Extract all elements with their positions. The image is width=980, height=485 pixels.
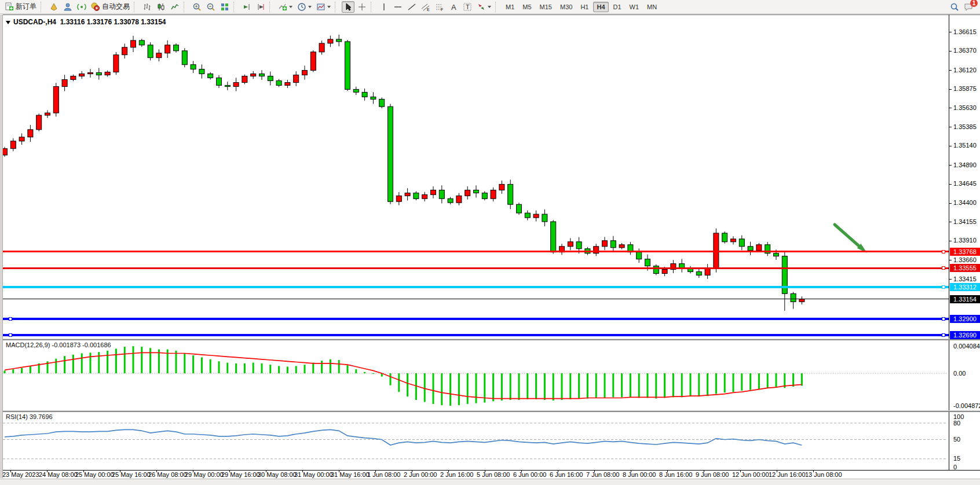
candle	[233, 83, 239, 87]
pane-separator[interactable]	[0, 410, 980, 412]
candle	[285, 83, 290, 86]
macd-axis-tick-label: -0.004872	[953, 402, 980, 409]
price-badge-1.33768: 1.33768	[950, 248, 980, 256]
price-axis-tick	[949, 260, 952, 260]
candle	[439, 190, 444, 199]
candle	[508, 184, 513, 204]
date-label: 25 May 16:00	[112, 471, 151, 478]
annotation-arrow[interactable]	[835, 225, 859, 246]
candle	[610, 241, 616, 248]
price-axis-tick-label: 1.36120	[953, 67, 977, 74]
candle	[542, 214, 547, 222]
price-axis-tick	[949, 203, 952, 204]
line-anchor-handle[interactable]	[942, 317, 945, 321]
pane-separator[interactable]	[0, 339, 980, 340]
date-label: 12 Jun 16:00	[769, 471, 806, 478]
date-label: 9 Jun 08:00	[696, 471, 729, 478]
candle	[474, 190, 479, 193]
rsi-axis-tick-label: 50	[953, 436, 960, 443]
candle	[319, 43, 324, 52]
candle	[525, 213, 530, 218]
rsi-axis-tick-label: 0	[953, 464, 957, 471]
horizontal-line-1.32900[interactable]	[3, 318, 949, 320]
date-label: 31 May 00:00	[294, 471, 333, 478]
line-selection-handle[interactable]	[9, 333, 12, 337]
rsi-axis-tick-label: 15	[953, 455, 960, 462]
date-label: 7 Jun 08:00	[586, 471, 620, 478]
candle	[533, 214, 539, 218]
rsi-axis-tick-label: 80	[953, 420, 960, 427]
date-label: 29 May 16:00	[221, 471, 260, 478]
line-selection-handle[interactable]	[9, 317, 12, 321]
rsi-indicator-label: RSI(14) 39.7696	[6, 413, 53, 420]
horizontal-line-1.33768[interactable]	[3, 251, 949, 252]
candle	[302, 71, 308, 75]
date-label: 8 Jun 00:00	[623, 471, 656, 478]
candle	[88, 73, 93, 74]
candle	[619, 245, 624, 248]
price-axis-tick	[949, 222, 952, 222]
line-anchor-handle[interactable]	[942, 266, 945, 270]
price-axis-tick	[949, 127, 952, 127]
candle	[45, 113, 50, 115]
candle	[345, 42, 350, 89]
candle	[276, 81, 281, 86]
date-label: 2 Jun 16:00	[440, 471, 474, 478]
horizontal-line-1.33312[interactable]	[3, 286, 949, 288]
price-axis-tick-label: 1.35140	[953, 142, 977, 149]
candle	[208, 74, 213, 78]
chart-ohlc-values: 1.33116 1.33176 1.33078 1.33154	[60, 18, 166, 26]
candle	[259, 74, 265, 76]
candle	[456, 196, 462, 203]
price-axis-tick	[949, 241, 952, 241]
line-anchor-handle[interactable]	[942, 250, 945, 253]
candle	[310, 52, 316, 71]
candle	[122, 47, 127, 55]
candle	[10, 141, 16, 149]
candle	[156, 53, 162, 58]
date-label: 25 May 00:00	[75, 471, 114, 478]
horizontal-line-1.32690[interactable]	[3, 334, 949, 336]
candle	[499, 184, 504, 190]
candle	[722, 233, 727, 242]
date-label: 24 May 08:00	[39, 471, 78, 478]
candle	[491, 190, 496, 199]
price-axis-tick-label: 1.33415	[953, 275, 977, 282]
candle	[114, 55, 119, 72]
date-label: 1 Jun 08:00	[367, 471, 401, 478]
chart-plot[interactable]	[0, 0, 980, 485]
price-axis-tick-label: 1.34400	[953, 199, 977, 206]
price-axis-tick-label: 1.33910	[953, 237, 977, 244]
candle	[251, 74, 256, 76]
price-axis-tick	[949, 89, 952, 90]
candle	[225, 86, 230, 87]
price-axis-tick	[949, 184, 952, 185]
line-anchor-handle[interactable]	[942, 285, 945, 289]
status-bar	[0, 479, 980, 485]
horizontal-line-1.33154[interactable]	[3, 299, 949, 299]
candle	[551, 222, 556, 252]
candle	[96, 73, 101, 75]
price-axis-tick	[949, 165, 952, 166]
candle	[739, 239, 744, 247]
price-badge-1.33312: 1.33312	[950, 283, 980, 291]
candle	[756, 245, 762, 251]
date-label: 6 Jun 00:00	[513, 471, 547, 478]
candle	[696, 272, 701, 275]
line-anchor-handle[interactable]	[942, 333, 945, 337]
candle	[414, 193, 419, 199]
horizontal-line-1.33555[interactable]	[3, 267, 949, 269]
candle	[182, 51, 187, 65]
candle	[139, 41, 144, 45]
candle	[28, 130, 33, 137]
price-badge-1.33555: 1.33555	[950, 264, 980, 272]
candle	[379, 99, 385, 106]
candle	[328, 39, 333, 43]
chart-dropdown-icon[interactable]	[6, 21, 10, 24]
candle	[645, 259, 650, 266]
macd-axis-tick-label: 0.004084	[953, 343, 980, 350]
candle	[165, 45, 170, 53]
macd-indicator-label: MACD(12,26,9) -0.001873 -0.001686	[6, 341, 111, 348]
price-badge-1.32690: 1.32690	[950, 331, 980, 339]
candle	[396, 196, 401, 201]
